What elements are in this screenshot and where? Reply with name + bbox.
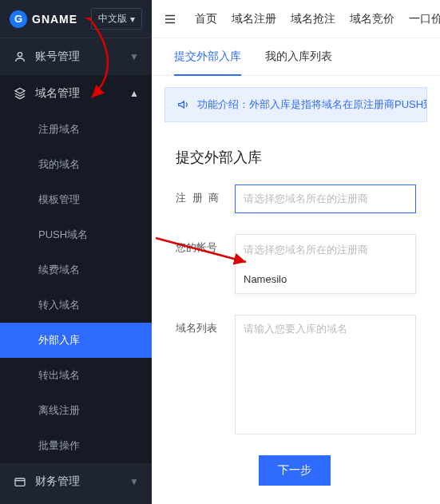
sidebar-cat-account[interactable]: 账号管理 ▼	[0, 38, 152, 75]
stack-icon	[13, 87, 27, 100]
registrar-dropdown[interactable]: 请选择您域名所在的注册商 Namesilo	[235, 234, 416, 294]
brand-logo[interactable]: G GNAME	[10, 10, 77, 28]
sidebar-item-external-import[interactable]: 外部入库	[0, 323, 152, 358]
sidebar-cat-domain[interactable]: 域名管理 ▲	[0, 75, 152, 112]
topnav-fixed[interactable]: 一口价	[409, 12, 440, 26]
domain-list-label: 域名列表	[176, 315, 235, 335]
sidebar-cat-snatch[interactable]: 域名抢注 ▼	[0, 500, 152, 504]
user-icon	[13, 50, 27, 63]
topnav-snatch[interactable]: 域名抢注	[291, 12, 335, 26]
account-label: 您的帐号	[176, 234, 235, 255]
sidebar-cat-label: 域名管理	[35, 86, 80, 101]
sidebar-cat-finance[interactable]: 财务管理 ▼	[0, 463, 152, 500]
chevron-up-icon: ▲	[129, 88, 139, 99]
topnav-bid[interactable]: 域名竞价	[350, 12, 394, 26]
menu-toggle-icon[interactable]	[163, 12, 177, 26]
sidebar-item-register-domain[interactable]: 注册域名	[0, 112, 152, 147]
sidebar-item-my-domain[interactable]: 我的域名	[0, 147, 152, 182]
registrar-placeholder: 请选择您域名所在的注册商	[244, 192, 368, 206]
sidebar-item-offline-register[interactable]: 离线注册	[0, 393, 152, 428]
speaker-icon	[176, 98, 189, 111]
sidebar-item-transfer-out[interactable]: 转出域名	[0, 358, 152, 393]
chevron-down-icon: ▾	[130, 14, 135, 25]
top-nav: 首页 域名注册 域名抢注 域名竞价 一口价	[152, 0, 440, 38]
language-selector[interactable]: 中文版 ▾	[91, 8, 142, 30]
dropdown-placeholder: 请选择您域名所在的注册商	[236, 235, 415, 265]
sidebar-item-push-domain[interactable]: PUSH域名	[0, 217, 152, 252]
sidebar-item-bulk[interactable]: 批量操作	[0, 428, 152, 463]
sidebar-domain-submenu: 注册域名 我的域名 模板管理 PUSH域名 续费域名 转入域名 外部入库 转出域…	[0, 112, 152, 463]
sidebar-cat-label: 财务管理	[35, 474, 80, 489]
logo-row: G GNAME 中文版 ▾	[0, 0, 152, 38]
content-tabs: 提交外部入库 我的入库列表	[152, 38, 440, 76]
logo-mark: G	[10, 10, 27, 28]
sidebar-cat-label: 账号管理	[35, 50, 80, 64]
tab-submit-import[interactable]: 提交外部入库	[174, 38, 241, 75]
registrar-label: 注 册 商	[176, 185, 235, 205]
tab-my-import-list[interactable]: 我的入库列表	[265, 38, 332, 75]
svg-point-0	[18, 53, 22, 57]
chevron-down-icon: ▼	[129, 476, 139, 487]
topnav-register[interactable]: 域名注册	[232, 12, 276, 26]
logo-text: GNAME	[32, 13, 77, 26]
sidebar-item-renew-domain[interactable]: 续费域名	[0, 252, 152, 288]
language-label: 中文版	[98, 12, 127, 26]
dropdown-option-namesilo[interactable]: Namesilo	[236, 265, 415, 293]
info-banner: 功能介绍：外部入库是指将域名在原注册商PUSH到本站对	[165, 87, 427, 122]
sidebar-item-template[interactable]: 模板管理	[0, 182, 152, 217]
next-button[interactable]: 下一步	[259, 455, 331, 486]
topnav-home[interactable]: 首页	[195, 12, 217, 26]
domain-list-textarea[interactable]: 请输入您要入库的域名	[235, 315, 416, 435]
form-title: 提交外部入库	[176, 141, 416, 185]
chevron-down-icon: ▼	[129, 51, 139, 62]
sidebar-item-transfer-in[interactable]: 转入域名	[0, 288, 152, 323]
registrar-select[interactable]: 请选择您域名所在的注册商	[235, 185, 416, 213]
wallet-icon	[13, 475, 27, 488]
svg-rect-1	[15, 478, 25, 486]
info-text: 功能介绍：外部入库是指将域名在原注册商PUSH到本站对	[197, 97, 427, 112]
